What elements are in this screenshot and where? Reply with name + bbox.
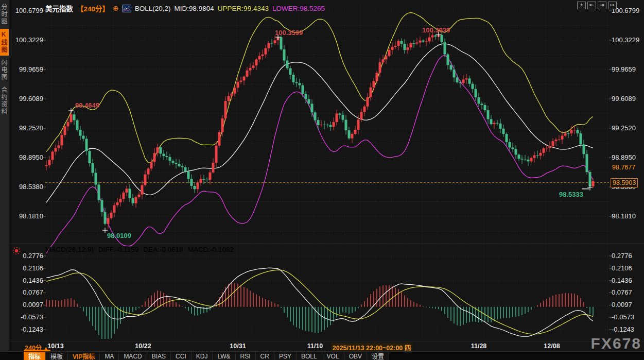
sidebar-item[interactable]: 分时图	[0, 2, 9, 27]
time-tick: 10/31	[230, 342, 246, 350]
add-indicator-icon[interactable]: ⊕	[113, 4, 119, 12]
toolbar-button[interactable]: KDJ	[192, 352, 213, 360]
chart-canvas[interactable]	[0, 0, 644, 351]
toolbar-button[interactable]: LW&	[213, 352, 235, 360]
time-tick: 10/13	[47, 342, 63, 350]
toolbar-button[interactable]: CR	[256, 352, 274, 360]
toolbar-button[interactable]: CCI	[171, 352, 192, 360]
chart-type-sidebar: 分时图K线图闪电图合约资料	[0, 0, 9, 351]
time-tick: 12/08	[544, 342, 560, 350]
boll-label: BOLL(20,2)	[135, 5, 171, 12]
brand-watermark: FX678	[591, 335, 641, 352]
trading-terminal: 100.6799100.6799100.3229100.322999.96599…	[0, 0, 644, 360]
price-legend: 美元指数 【240分】 ⊕ BOLL(20,2) MID:98.9804 UPP…	[45, 3, 325, 13]
toolbar-button[interactable]: BOLL	[297, 352, 322, 360]
boll-mid-value: MID:98.9804	[175, 5, 214, 12]
time-tick: 11/28	[471, 342, 487, 350]
toolbar-button[interactable]: 设置	[367, 352, 389, 360]
toolbar-button[interactable]: RSI	[236, 352, 256, 360]
chart-tool-buttons: +⇤⇥↦	[577, 2, 617, 9]
chart-tool-icon[interactable]: ↦	[608, 2, 617, 9]
toolbar-button[interactable]: BIAS	[147, 352, 171, 360]
toolbar-button[interactable]: MA	[100, 352, 119, 360]
toolbar-button[interactable]: 模板	[46, 352, 68, 360]
macd-label: MACD(26,12,9)	[45, 246, 94, 253]
toolbar-button[interactable]: VOL	[322, 352, 344, 360]
macd-diff-value: DIFF:-0.1159	[98, 246, 139, 253]
toolbar-button[interactable]: 指标	[24, 352, 46, 360]
time-tick: 11/10	[307, 342, 323, 350]
toolbar-button[interactable]: OBV	[344, 352, 367, 360]
indicator-toolbar: 指标模板VIP指标MAMACDBIASCCIKDJLW&RSICRPSYBOLL…	[0, 351, 644, 360]
period-underline	[24, 350, 50, 351]
mini-chart-icon[interactable]	[123, 5, 131, 12]
sidebar-item[interactable]: 闪电图	[0, 57, 9, 83]
sidebar-item[interactable]: K线图	[0, 29, 9, 56]
toolbar-button[interactable]: MACD	[119, 352, 147, 360]
chart-tool-icon[interactable]: ⇥	[598, 2, 606, 9]
chart-tool-icon[interactable]: +	[577, 2, 586, 9]
macd-hist-value: MACD:-0.1082	[188, 246, 234, 253]
time-axis: 240分 ▲ 10/1310/2210/3111/102025/11/13 22…	[0, 341, 644, 351]
toolbar-button[interactable]: VIP指标	[68, 352, 100, 360]
boll-upper-value: UPPER:99.4343	[218, 5, 269, 12]
symbol-title: 美元指数	[45, 3, 73, 13]
boll-lower-value: LOWER:98.5265	[272, 5, 325, 12]
sidebar-item[interactable]: 合约资料	[0, 84, 9, 117]
chart-tool-icon[interactable]: ⇤	[587, 2, 596, 9]
period-badge: 【240分】	[77, 3, 109, 13]
time-tick: 10/22	[135, 342, 151, 350]
toolbar-button[interactable]: PSY	[274, 352, 297, 360]
macd-legend: MACD(26,12,9) DIFF:-0.1159 DEA:-0.0618 M…	[45, 246, 234, 253]
indicator-settings-icon[interactable]	[12, 247, 21, 255]
macd-dea-value: DEA:-0.0618	[143, 246, 183, 253]
